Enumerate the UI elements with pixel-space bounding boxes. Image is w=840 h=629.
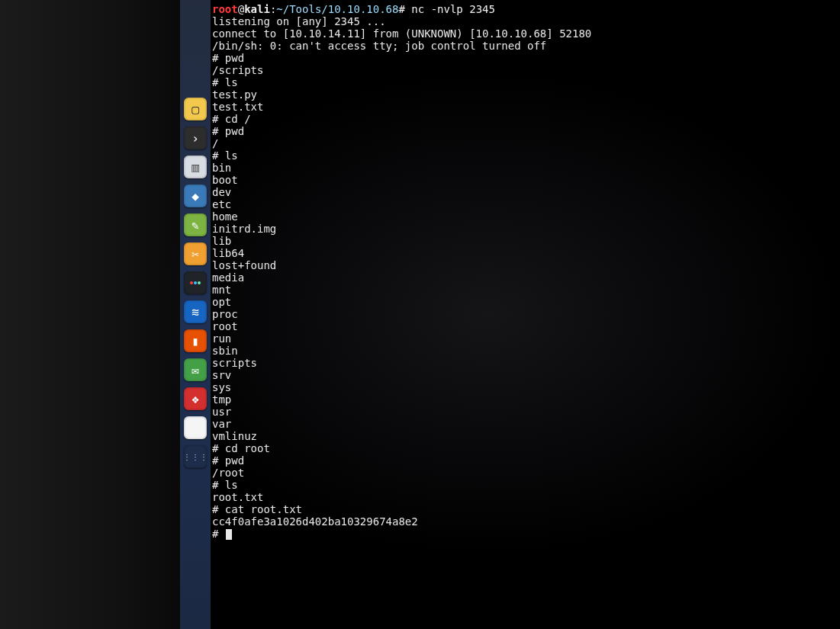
terminal-line: connect to [10.10.14.11] from (UNKNOWN) … (212, 27, 838, 40)
terminal-line: vmlinuz (212, 430, 838, 442)
terminal-line: test.txt (212, 101, 838, 113)
terminal-line: tmp (212, 393, 838, 406)
screenshot-app-icon[interactable]: ✂ (184, 242, 207, 265)
dock: ▢ › ▥ ◆ ✎ ✂ ≋ ▮ ✉ ❖ ⋮⋮⋮ (180, 0, 211, 629)
apps-grid-icon[interactable]: ⋮⋮⋮ (184, 445, 207, 468)
terminal-line: home (212, 210, 838, 223)
text-editor-icon[interactable]: ✎ (184, 213, 207, 236)
terminal-line: listening on [any] 2345 ... (212, 15, 838, 27)
terminal-window[interactable]: root@kali:~/Tools/10.10.10.68# nc -nvlp … (211, 0, 840, 629)
terminal-line: bin (212, 162, 838, 174)
terminal-prompt-line: root@kali:~/Tools/10.10.10.68# nc -nvlp … (212, 3, 838, 15)
terminal-line: # cd / (212, 113, 838, 125)
monitor-bezel (0, 0, 175, 629)
terminal-current-line[interactable]: # (212, 528, 838, 540)
app-launcher-icon[interactable]: ▢ (184, 98, 207, 120)
desktop-app-icon[interactable]: ❖ (184, 387, 207, 410)
terminal-line: var (212, 418, 838, 430)
terminal-line: lib (212, 235, 838, 247)
network-app-icon[interactable]: ≋ (184, 300, 207, 323)
prompt-hash: # (398, 3, 404, 15)
terminal-line: # cat root.txt (212, 503, 838, 515)
terminal-line: srv (212, 369, 838, 381)
prompt-at: @ (238, 3, 244, 15)
terminal-line: sbin (212, 345, 838, 357)
terminal-line: media (212, 271, 838, 284)
prompt-cmd: nc -nvlp 2345 (411, 3, 495, 15)
terminal-line: dev (212, 186, 838, 198)
terminal-line: # ls (212, 76, 838, 88)
current-prompt: # (212, 528, 225, 540)
files-app-icon[interactable]: ▥ (184, 156, 207, 178)
terminal-line: scripts (212, 357, 838, 369)
terminal-line: # cd root (212, 442, 838, 454)
terminal-line: boot (212, 174, 838, 186)
terminal-line: test.py (212, 88, 838, 101)
terminal-line: lost+found (212, 259, 838, 271)
terminal-app-icon[interactable]: › (184, 127, 207, 149)
terminal-output: listening on [any] 2345 ...connect to [1… (212, 15, 838, 528)
cursor-block-icon (226, 529, 232, 540)
terminal-line: etc (212, 198, 838, 210)
prompt-host: kali (244, 3, 270, 15)
terminal-line: # pwd (212, 454, 838, 467)
terminal-line: cc4f0afe3a1026d402ba10329674a8e2 (212, 515, 838, 528)
terminal-line: # ls (212, 479, 838, 491)
terminal-line: root (212, 320, 838, 332)
terminal-line: /root (212, 467, 838, 479)
terminal-line: mnt (212, 284, 838, 296)
terminal-line: opt (212, 296, 838, 308)
terminal-line: initrd.img (212, 223, 838, 235)
terminal-line: lib64 (212, 247, 838, 259)
prompt-cwd: ~/Tools/10.10.10.68 (276, 3, 398, 15)
terminal-line: proc (212, 308, 838, 320)
terminal-line: / (212, 137, 838, 149)
terminal-line: sys (212, 381, 838, 393)
blank-app-icon[interactable] (184, 416, 207, 439)
prompt-user: root (212, 3, 238, 15)
notes-app-icon[interactable]: ▮ (184, 329, 207, 352)
chat-app-icon[interactable]: ✉ (184, 358, 207, 381)
terminal-line: run (212, 332, 838, 345)
color-app-icon[interactable] (184, 271, 207, 294)
terminal-line: /bin/sh: 0: can't access tty; job contro… (212, 40, 838, 52)
terminal-line: root.txt (212, 491, 838, 503)
terminal-line: usr (212, 406, 838, 418)
terminal-line: /scripts (212, 64, 838, 76)
security-app-icon[interactable]: ◆ (184, 185, 207, 207)
terminal-line: # pwd (212, 52, 838, 64)
terminal-line: # ls (212, 149, 838, 162)
terminal-line: # pwd (212, 125, 838, 137)
